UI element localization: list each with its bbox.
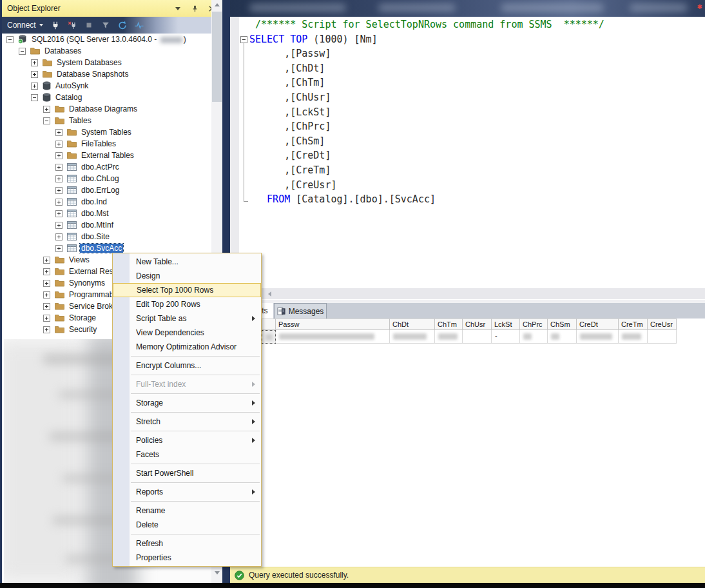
expander-minus-icon[interactable] — [6, 36, 14, 43]
tree-item-databases[interactable]: Databases — [2, 45, 222, 57]
expander-plus-icon[interactable] — [31, 71, 38, 78]
expander-plus-icon[interactable] — [55, 233, 63, 240]
menu-item-storage[interactable]: Storage — [113, 396, 261, 410]
grid-cell-cretm[interactable] — [619, 330, 648, 344]
expander-plus-icon[interactable] — [43, 257, 50, 264]
column-header-chtm[interactable]: ChTm — [435, 318, 463, 330]
tree-item-tables[interactable]: Tables — [2, 115, 222, 126]
refresh-icon[interactable] — [118, 21, 127, 30]
tree-item-dbo-actprc[interactable]: dbo.ActPrc — [2, 161, 222, 173]
expander-minus-icon[interactable] — [19, 48, 26, 55]
expander-plus-icon[interactable] — [55, 222, 63, 229]
expander-minus-icon[interactable] — [31, 94, 38, 101]
tree-item-system-tables[interactable]: System Tables — [2, 126, 222, 138]
menu-item-design[interactable]: Design — [113, 269, 261, 283]
editor-horizontal-scrollbar[interactable] — [230, 288, 705, 299]
menu-item-facets[interactable]: Facets — [113, 447, 261, 462]
expander-plus-icon[interactable] — [43, 268, 50, 275]
grid-cell-creusr[interactable] — [648, 330, 677, 344]
results-grid[interactable]: PasswChDtChTmChUsrLckStChPrcChSmCreDtCre… — [262, 318, 677, 344]
expander-plus-icon[interactable] — [43, 291, 50, 299]
grid-corner-cell[interactable] — [262, 318, 276, 330]
window-position-icon[interactable] — [173, 4, 182, 13]
scroll-up-button[interactable] — [211, 0, 222, 10]
tree-item-database-diagrams[interactable]: Database Diagrams — [2, 103, 222, 115]
tree-item-filetables[interactable]: FileTables — [2, 138, 222, 150]
tree-item-dbo-site[interactable]: dbo.Site — [2, 231, 222, 242]
tree-item-database-snapshots[interactable]: Database Snapshots — [2, 68, 222, 80]
connect-button[interactable]: Connect — [7, 21, 43, 30]
grid-cell-credt[interactable] — [577, 330, 619, 344]
expander-plus-icon[interactable] — [55, 152, 63, 159]
menu-item-policies[interactable]: Policies — [113, 433, 261, 447]
activity-monitor-icon[interactable] — [135, 21, 144, 30]
column-header-lckst[interactable]: LckSt — [492, 318, 520, 330]
tree-item-dbo-errlog[interactable]: dbo.ErrLog — [2, 184, 222, 196]
expander-plus-icon[interactable] — [43, 326, 50, 333]
grid-cell-chsm[interactable] — [548, 330, 577, 344]
filter-icon[interactable] — [101, 21, 110, 30]
expander-plus-icon[interactable] — [31, 83, 38, 90]
expander-minus-icon[interactable] — [43, 117, 50, 124]
expander-plus-icon[interactable] — [43, 280, 50, 287]
menu-item-stretch[interactable]: Stretch — [113, 415, 261, 429]
disconnect-icon[interactable] — [68, 21, 77, 30]
stop-icon[interactable] — [84, 21, 93, 30]
column-header-chusr[interactable]: ChUsr — [463, 318, 492, 330]
menu-item-refresh[interactable]: Refresh — [113, 536, 261, 551]
menu-item-select-top-1000-rows[interactable]: Select Top 1000 Rows — [113, 283, 261, 297]
scroll-left-button[interactable] — [264, 288, 275, 299]
grid-cell-chusr[interactable] — [463, 330, 492, 344]
menu-item-rename[interactable]: Rename — [113, 504, 261, 518]
tree-item-autosynk[interactable]: AutoSynk — [2, 80, 222, 92]
tree-item-system-databases[interactable]: System Databases — [2, 57, 222, 68]
row-header-cell[interactable] — [262, 330, 276, 344]
expander-plus-icon[interactable] — [55, 199, 63, 206]
menu-item-view-dependencies[interactable]: View Dependencies — [113, 326, 261, 340]
expander-plus-icon[interactable] — [43, 106, 50, 113]
grid-cell-chdt[interactable] — [390, 330, 435, 344]
scroll-down-button[interactable] — [211, 568, 222, 578]
menu-item-memory-optimization-advisor[interactable]: Memory Optimization Advisor — [113, 340, 261, 354]
menu-item-new-table[interactable]: New Table... — [113, 255, 261, 269]
expander-plus-icon[interactable] — [55, 187, 63, 194]
grid-cell-chprc[interactable] — [520, 330, 548, 344]
column-header-chsm[interactable]: ChSm — [548, 318, 577, 330]
tree-item-dbo-chlog[interactable]: dbo.ChLog — [2, 173, 222, 184]
tree-item-dbo-mtinf[interactable]: dbo.MtInf — [2, 219, 222, 231]
expander-plus-icon[interactable] — [55, 129, 63, 136]
tab-messages[interactable]: Messages — [274, 303, 327, 318]
expander-plus-icon[interactable] — [55, 141, 63, 148]
column-header-creusr[interactable]: CreUsr — [648, 318, 677, 330]
column-header-credt[interactable]: CreDt — [577, 318, 619, 330]
code-area[interactable]: /****** Script for SelectTopNRows comman… — [230, 17, 705, 288]
expander-plus-icon[interactable] — [31, 59, 38, 66]
menu-item-delete[interactable]: Delete — [113, 518, 261, 532]
menu-item-reports[interactable]: Reports — [113, 485, 261, 499]
fold-collapse-icon[interactable] — [240, 36, 247, 43]
query-editor[interactable]: ✱ /****** Script for SelectTopNRows comm… — [230, 0, 705, 300]
scrollbar-thumb[interactable] — [212, 12, 222, 102]
connect-icon[interactable] — [51, 21, 60, 30]
expander-plus-icon[interactable] — [55, 175, 63, 182]
tree-item-sql2016-sql-server-13-0-4604-0[interactable]: SQL2016 (SQL Server 13.0.4604.0 - ) — [2, 34, 222, 45]
grid-cell-chtm[interactable] — [435, 330, 463, 344]
tree-item-catalog[interactable]: Catalog — [2, 92, 222, 103]
menu-item-edit-top-200-rows[interactable]: Edit Top 200 Rows — [113, 297, 261, 311]
expander-plus-icon[interactable] — [43, 315, 50, 322]
column-header-passw[interactable]: Passw — [276, 318, 390, 330]
pin-icon[interactable] — [190, 4, 199, 13]
expander-plus-icon[interactable] — [55, 164, 63, 171]
tree-item-external-tables[interactable]: External Tables — [2, 150, 222, 161]
menu-item-start-powershell[interactable]: Start PowerShell — [113, 466, 261, 480]
grid-cell-passw[interactable] — [276, 330, 390, 344]
expander-plus-icon[interactable] — [43, 303, 50, 310]
grid-cell-lckst[interactable]: - — [492, 330, 520, 344]
menu-item-encrypt-columns[interactable]: Encrypt Columns... — [113, 358, 261, 373]
menu-item-properties[interactable]: Properties — [113, 551, 261, 565]
tree-item-dbo-ind[interactable]: dbo.Ind — [2, 196, 222, 208]
menu-item-script-table-as[interactable]: Script Table as — [113, 311, 261, 326]
column-header-chprc[interactable]: ChPrc — [520, 318, 548, 330]
column-header-chdt[interactable]: ChDt — [390, 318, 435, 330]
column-header-cretm[interactable]: CreTm — [619, 318, 648, 330]
